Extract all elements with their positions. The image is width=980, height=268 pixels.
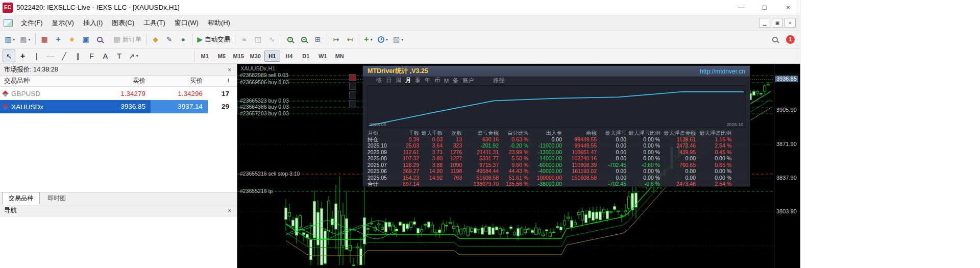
titlebar[interactable]: EC 5022420: IEXSLLC-Live - IEXS LLC - [X… — [0, 0, 800, 15]
candles-chart-button[interactable]: ◫ — [252, 33, 264, 46]
pending-order-label[interactable]: #23655216 sell stop 3.10 — [240, 170, 300, 177]
stats-tab-账户[interactable]: 账户 — [460, 77, 476, 84]
stats-tab-周[interactable]: 周 — [394, 77, 403, 84]
column-bid[interactable]: 卖价 — [93, 77, 151, 85]
child-restore-button[interactable]: ▣ — [772, 18, 783, 28]
minimize-button[interactable]: — — [729, 0, 753, 15]
search-button[interactable] — [769, 33, 781, 46]
label-button[interactable]: T — [113, 50, 126, 62]
menu-item-3[interactable]: 图表(C) — [107, 16, 139, 30]
stats-tab-月[interactable]: 月 — [403, 77, 413, 84]
stats-tab-M[interactable]: M — [442, 78, 451, 84]
new-order-button[interactable]: ▤新订单 — [112, 33, 144, 46]
order-line-label[interactable]: #23657203 buy 0.03 — [240, 110, 289, 116]
data-window-button[interactable]: + — [52, 33, 65, 46]
trendline-button[interactable]: ╱ — [58, 50, 70, 62]
order-line-label[interactable]: #23682989 sell 0.03 — [240, 72, 288, 78]
stats-cell: 0.00 — [599, 149, 628, 156]
market-watch-close-icon[interactable]: × — [226, 66, 233, 74]
indicators-button[interactable]: +▾ — [362, 33, 375, 46]
equidistant-channel-button[interactable]: ∥ — [71, 50, 84, 62]
bars-chart-button[interactable]: ≡ — [238, 33, 251, 46]
community-button[interactable]: ● — [177, 33, 189, 46]
templates-button[interactable]: ▨▾ — [391, 33, 405, 46]
periods-button[interactable]: ▾ — [376, 33, 390, 46]
pending-order-label[interactable]: #23655216 tp — [240, 188, 273, 194]
child-minimize-button[interactable]: ▁ — [759, 18, 770, 28]
timeframe-w1-button[interactable]: W1 — [315, 51, 331, 62]
stats-tab-季[interactable]: 季 — [413, 77, 423, 84]
auto-scroll-button[interactable]: ↦ — [330, 33, 342, 46]
terminal-button[interactable]: ▣ — [80, 33, 92, 46]
timeframe-mn-button[interactable]: MN — [332, 51, 348, 62]
crosshair-button[interactable]: + — [16, 50, 29, 62]
timeframe-m15-button[interactable]: M15 — [231, 51, 247, 62]
strategy-tester-button[interactable] — [93, 33, 106, 46]
column-ask[interactable]: 买价 — [151, 77, 208, 85]
chart-mini-button[interactable] — [349, 91, 356, 99]
arrows-button[interactable]: ↗▾ — [127, 50, 140, 62]
maximize-button[interactable]: □ — [753, 0, 776, 15]
chart-mini-button[interactable] — [349, 74, 356, 81]
order-line-label[interactable]: #23669506 buy 0.03 — [240, 79, 289, 85]
autotrade-button[interactable]: ▶自动交易 — [195, 33, 232, 46]
stats-tab-综[interactable]: 综 — [374, 77, 384, 84]
line-chart-button[interactable]: ∿ — [265, 33, 278, 46]
timeframe-h1-button[interactable]: H1 — [264, 51, 280, 62]
timeframe-d1-button[interactable]: D1 — [298, 51, 314, 62]
child-restore-icon: ▣ — [775, 20, 780, 26]
navigator-close-icon[interactable]: × — [226, 207, 233, 214]
symbol-cell: GBPUSD — [0, 90, 93, 98]
tab-symbols[interactable]: 交易品种 — [2, 192, 40, 205]
timeframe-m30-button[interactable]: M30 — [248, 51, 263, 62]
text-button[interactable]: A — [99, 50, 112, 62]
stats-panel[interactable]: MTDriver统计 ,V3.25 http://mtdriver.cn 综日周… — [362, 65, 750, 187]
navigator-button[interactable]: ★ — [66, 33, 79, 46]
menu-item-5[interactable]: 窗口(W) — [170, 16, 203, 30]
vertical-line-button[interactable]: | — [30, 50, 43, 62]
experts-button[interactable]: ✎ — [163, 33, 176, 46]
child-close-button[interactable]: × — [785, 18, 796, 28]
chart-mini-button[interactable] — [349, 100, 356, 107]
new-chart-button[interactable]: ▥▾ — [3, 33, 17, 46]
fibonacci-button[interactable]: F — [85, 50, 98, 62]
notification-badge[interactable]: 1 — [786, 35, 795, 44]
chart-area[interactable]: XAUUSDx,H1 #23682989 sell 0.03#23669506 … — [237, 64, 774, 268]
market-row-xauusdx[interactable]: XAUUSDx3936.853937.1429 — [0, 100, 237, 113]
tab-tick-chart[interactable]: 即时图 — [41, 192, 72, 205]
metaeditor-button[interactable]: ◆ — [149, 33, 162, 46]
timeframe-h4-button[interactable]: H4 — [281, 51, 297, 62]
order-line-label[interactable]: #23664386 buy 0.03 — [240, 104, 289, 110]
menu-item-4[interactable]: 工具(T) — [139, 16, 170, 30]
menu-item-2[interactable]: 插入(I) — [79, 16, 107, 30]
zoom-out-button[interactable]: − — [298, 33, 310, 46]
column-symbol[interactable]: 交易品种 — [0, 77, 93, 85]
price-axis[interactable]: 3936.853905.903871.903837.903803.90 — [774, 64, 800, 268]
market-row-gbpusd[interactable]: GBPUSD1.342791.3429617 — [0, 87, 237, 100]
stats-tab-日[interactable]: 日 — [384, 77, 394, 84]
order-line-label[interactable]: #23665323 buy 0.03 — [240, 98, 289, 104]
tile-windows-button[interactable]: ⊞ — [311, 33, 324, 46]
new-order-label: 新订单 — [122, 35, 142, 44]
profiles-button[interactable]: ▤▾ — [18, 33, 32, 46]
timeframe-m1-button[interactable]: M1 — [197, 51, 213, 62]
chart-mini-button[interactable] — [349, 83, 356, 90]
horizontal-line-button[interactable]: — — [44, 50, 57, 62]
chart-shift-button[interactable]: ↤ — [344, 33, 356, 46]
stats-tab-年[interactable]: 年 — [423, 77, 432, 84]
stats-cell: 0.00 — [599, 168, 628, 175]
menu-item-0[interactable]: 文件(F) — [16, 16, 47, 30]
column-spread[interactable]: ! — [208, 78, 237, 85]
stats-tab-备[interactable]: 备 — [451, 77, 460, 84]
market-watch-button[interactable]: ▦ — [38, 33, 51, 46]
close-button[interactable]: × — [776, 0, 800, 15]
zoom-in-button[interactable]: + — [284, 33, 297, 46]
cursor-button[interactable]: ↖ — [3, 50, 15, 62]
child-window-icon[interactable] — [4, 19, 13, 27]
menu-item-6[interactable]: 帮助(H) — [203, 16, 235, 30]
timeframe-m5-button[interactable]: M5 — [214, 51, 230, 62]
menu-item-1[interactable]: 显示(V) — [47, 16, 79, 30]
stats-tab-币[interactable]: 币 — [432, 77, 442, 84]
stats-link[interactable]: http://mtdriver.cn — [700, 68, 745, 75]
stats-path-label[interactable]: 路径 — [491, 77, 506, 84]
